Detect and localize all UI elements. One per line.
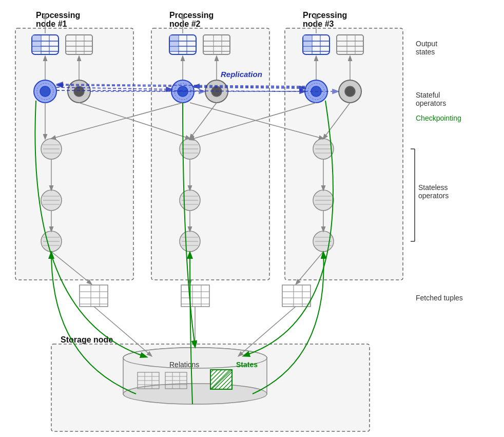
processing-node-3-box [285,28,403,280]
stateless-operators-label2: operators [418,192,449,200]
svg-rect-125 [282,285,311,307]
stateless-operators-label: Stateless [418,183,448,192]
main-diagram: Processing node #1 Processing node #2 Pr… [0,0,504,437]
node3-subtitle: node #3 [303,20,334,28]
node1-subtitle: node #1 [36,20,67,28]
svg-rect-37 [303,47,312,51]
fetched-tuples-label: Fetched tuples [416,294,463,302]
output-states-label: Output [416,40,437,48]
svg-rect-36 [303,42,312,46]
svg-rect-22 [170,47,178,51]
svg-rect-21 [170,42,178,46]
processing-node-1-box [15,28,133,280]
relations-label: Relations [169,360,199,369]
storage-node-title: Storage node [61,335,113,344]
stateful-operators-label: Stateful [416,91,440,99]
stateful-operators-label2: operators [416,99,446,107]
svg-point-64 [345,86,355,97]
svg-rect-6 [32,42,41,46]
svg-rect-20 [170,35,178,41]
svg-rect-119 [181,285,209,307]
diagram-container: Processing node #1 Processing node #2 Pr… [0,0,504,437]
node1-title: Processing [36,11,80,20]
replication-label: Replication [221,70,262,79]
output-states-label2: states [416,48,435,56]
states-label: States [236,360,258,369]
node2-subtitle: node #2 [169,20,201,28]
checkpointing-label: Checkpointing [416,114,461,122]
svg-rect-35 [303,35,312,41]
processing-node-2-box [151,28,269,280]
svg-rect-113 [80,285,108,307]
svg-rect-7 [32,47,41,51]
svg-point-56 [40,86,50,97]
node2-title: Processing [169,11,214,20]
node3-title: Processing [303,11,347,20]
svg-rect-5 [32,35,41,41]
